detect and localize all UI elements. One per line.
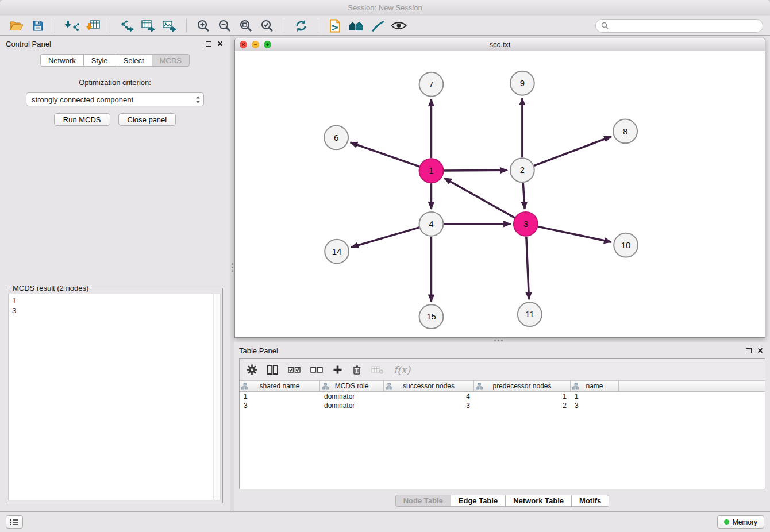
hide-graphics-details-button[interactable]: [346, 17, 366, 34]
export-table-button[interactable]: [138, 17, 158, 34]
column-header-shared-name[interactable]: shared name: [240, 381, 320, 391]
graph-edge-3-10[interactable]: [538, 226, 611, 242]
graph-node-1[interactable]: 1: [419, 159, 444, 183]
graph-node-6[interactable]: 6: [324, 125, 348, 149]
search-input[interactable]: [612, 22, 757, 30]
table-toolbar: f(x): [240, 359, 765, 381]
save-session-button[interactable]: [28, 17, 48, 34]
column-header-mcds-role[interactable]: MCDS role: [320, 381, 384, 391]
open-session-button[interactable]: [7, 17, 26, 34]
close-table-panel-icon[interactable]: [757, 348, 763, 353]
graph-edge-2-3[interactable]: [523, 183, 525, 209]
import-table-button[interactable]: [83, 17, 103, 34]
graph-edge-4-14[interactable]: [351, 228, 419, 247]
graph-node-7[interactable]: 7: [419, 72, 444, 97]
table-tab-motifs[interactable]: Motifs: [572, 495, 609, 507]
criterion-dropdown[interactable]: strongly connected component: [26, 92, 204, 106]
table-tab-node-table[interactable]: Node Table: [395, 495, 451, 507]
graph-node-10[interactable]: 10: [614, 233, 638, 257]
traffic-lights: [240, 38, 271, 51]
export-network-button[interactable]: [117, 17, 137, 34]
window-title-bar[interactable]: Session: New Session: [0, 0, 770, 16]
graph-edge-1-2[interactable]: [444, 170, 507, 171]
control-panel-tabs: NetworkStyleSelectMCDS: [0, 54, 230, 67]
close-panel-icon[interactable]: [217, 41, 223, 47]
close-icon: [757, 348, 763, 353]
float-panel-icon[interactable]: [206, 41, 211, 47]
graph-node-14[interactable]: 14: [325, 240, 349, 264]
tab-mcds[interactable]: MCDS: [152, 54, 190, 67]
graph-node-8[interactable]: 8: [613, 119, 637, 144]
graph-edge-1-6[interactable]: [351, 142, 419, 167]
zoom-fit-button[interactable]: [236, 17, 256, 34]
graph-edge-3-1[interactable]: [444, 178, 515, 218]
node-table-frame: f(x) shared nameMCDS rolesuccessor nodes…: [239, 358, 765, 489]
zoom-selected-button[interactable]: [257, 17, 277, 34]
tab-style[interactable]: Style: [84, 54, 116, 67]
maximize-window-icon[interactable]: [264, 41, 271, 48]
zoom-out-button[interactable]: [215, 17, 234, 34]
column-header-predecessor-nodes[interactable]: predecessor nodes: [474, 381, 571, 391]
graph-node-3[interactable]: 3: [514, 212, 538, 236]
memory-status-icon: [724, 519, 729, 525]
column-header-label: predecessor nodes: [492, 382, 551, 390]
import-network-button[interactable]: [62, 17, 82, 34]
delete-column-button[interactable]: [352, 365, 361, 375]
vertical-splitter[interactable]: [230, 36, 234, 511]
optimization-criterion-label: Optimization criterion:: [0, 78, 230, 87]
toolbar-separator: [110, 19, 110, 33]
column-header-successor-nodes[interactable]: successor nodes: [384, 381, 474, 391]
deselect-all-icon: [310, 365, 323, 374]
close-panel-button[interactable]: Close panel: [118, 113, 176, 126]
graph-node-9[interactable]: 9: [510, 71, 534, 95]
table-tab-edge-table[interactable]: Edge Table: [451, 495, 506, 507]
close-window-icon[interactable]: [240, 41, 247, 48]
graph-node-2[interactable]: 2: [510, 158, 534, 182]
table-row[interactable]: 1dominator411: [240, 392, 765, 401]
show-view-button[interactable]: [389, 17, 409, 34]
deselect-all-columns-button[interactable]: [310, 365, 323, 374]
clipboard-network-button[interactable]: [325, 17, 345, 34]
open-folder-icon: [9, 20, 24, 32]
graph-edge-3-11[interactable]: [526, 237, 529, 300]
graph-node-4[interactable]: 4: [419, 212, 444, 236]
toolbar-separator: [318, 19, 318, 33]
export-table-icon: [141, 20, 156, 32]
network-canvas[interactable]: 7968124314101511: [235, 51, 765, 337]
add-column-button[interactable]: [333, 365, 342, 375]
graph-node-15[interactable]: 15: [419, 304, 444, 329]
memory-button[interactable]: Memory: [717, 515, 764, 529]
tab-network[interactable]: Network: [40, 54, 84, 67]
run-mcds-button[interactable]: Run MCDS: [54, 113, 110, 126]
home-icon: [348, 20, 364, 32]
apply-layout-button[interactable]: [291, 17, 311, 34]
export-image-button[interactable]: [160, 17, 179, 34]
zoom-in-button[interactable]: [194, 17, 213, 34]
select-all-columns-button[interactable]: [288, 365, 301, 374]
graph-edge-2-8[interactable]: [534, 137, 611, 166]
result-scrollbar[interactable]: [214, 294, 221, 500]
show-panels-button[interactable]: [6, 515, 23, 529]
delete-table-button[interactable]: [371, 365, 384, 375]
graph-node-label: 15: [426, 311, 436, 321]
window-title: Session: New Session: [348, 3, 422, 12]
show-columns-button[interactable]: [267, 365, 278, 375]
session-search-box[interactable]: [595, 19, 763, 33]
horizontal-splitter-handle-icon[interactable]: [494, 340, 496, 341]
column-header-name[interactable]: name: [571, 381, 619, 391]
float-table-panel-icon[interactable]: [746, 348, 752, 353]
network-window: scc.txt 7968124314101511: [234, 38, 765, 338]
table-tab-network-table[interactable]: Network Table: [506, 495, 572, 507]
tab-select[interactable]: Select: [116, 54, 152, 67]
table-settings-button[interactable]: [247, 364, 257, 375]
function-builder-button[interactable]: f(x): [394, 364, 410, 376]
gear-icon: [247, 364, 257, 375]
mcds-result-list[interactable]: 13: [8, 294, 213, 500]
sort-icon: [476, 383, 483, 390]
table-row[interactable]: 3dominator323: [240, 401, 765, 410]
network-window-title-bar[interactable]: scc.txt: [235, 38, 765, 51]
style-brush-button[interactable]: [368, 17, 387, 34]
graph-node-11[interactable]: 11: [518, 302, 542, 326]
result-line: 3: [12, 306, 209, 315]
minimize-window-icon[interactable]: [252, 41, 259, 48]
